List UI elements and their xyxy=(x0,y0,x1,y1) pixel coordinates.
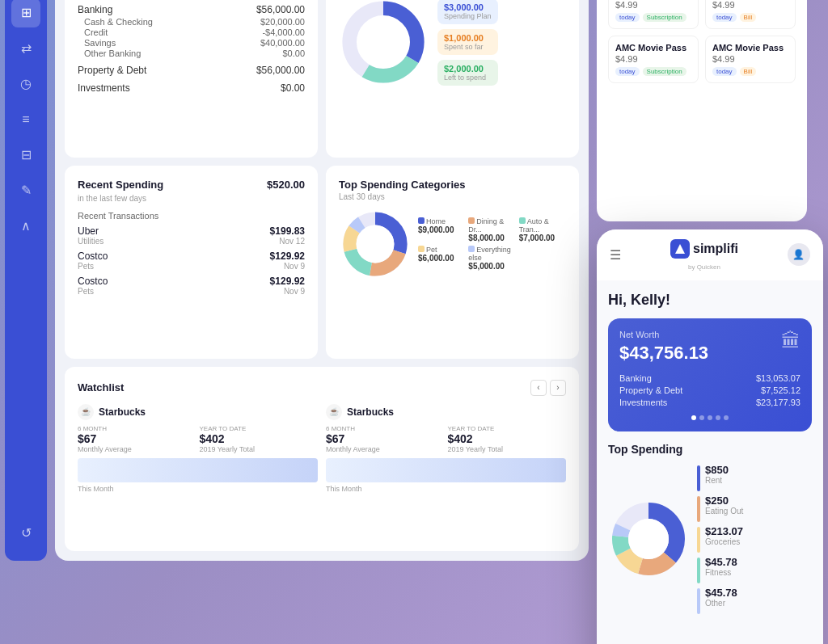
everything-color xyxy=(468,246,475,252)
avatar-icon: 👤 xyxy=(792,249,805,260)
mnw-banking-value: $13,053.07 xyxy=(756,373,801,383)
sp-left-label: Left to spend xyxy=(444,74,492,82)
bill-item-4: AMC Movie Pass $4.99 today Bill xyxy=(705,36,796,83)
fitness-bar xyxy=(697,558,700,583)
wl-ytd-label-2: YEAR TO DATE xyxy=(448,425,567,432)
watchlist-prev-button[interactable]: ‹ xyxy=(530,380,547,396)
sp-spent-label: Spent so far xyxy=(444,43,492,51)
dot-4 xyxy=(716,415,720,420)
ml-item-other: $45.78 Other xyxy=(697,587,743,614)
tx-name-3: Costco xyxy=(78,276,108,287)
wl-period-value-1: $67 xyxy=(78,432,196,445)
tx-cat-3: Pets xyxy=(78,287,108,296)
sidebar-item-transfer[interactable]: ⇄ xyxy=(11,34,40,63)
sidebar-item-analytics[interactable]: ∧ xyxy=(11,212,40,241)
watchlist-items: ☕ Starbucks 6 MONTH $67 Monthly Average … xyxy=(78,404,566,493)
mnw-investments-value: $23,177.93 xyxy=(756,398,801,407)
simplifi-logo-svg xyxy=(674,243,686,255)
dot-2 xyxy=(699,415,704,420)
mobile-logo: simplifi by Quicken xyxy=(670,239,738,271)
mobile-spending-donut xyxy=(608,499,689,579)
sidebar: ⊞ ⇄ ◷ ≡ ⊟ ✎ ∧ ↺ xyxy=(5,0,47,561)
wl-ytd-value-1: $402 xyxy=(200,432,319,445)
mnw-amount: $43,756.13 xyxy=(619,343,801,364)
nw-credit-label: Credit xyxy=(84,27,108,37)
top-spending-donut-chart xyxy=(339,208,412,280)
transaction-row: CostcoPets $129.92Nov 9 xyxy=(78,276,305,296)
dashboard-grid: + $112,000.89 Banking $56,000.00 Cash & … xyxy=(55,0,589,561)
watchlist-name-1: Starbucks xyxy=(99,406,146,418)
auto-value: $7,000.00 xyxy=(519,234,566,242)
wl-ytd-value-2: $402 xyxy=(448,432,567,445)
mobile-logo-sub: by Quicken xyxy=(688,263,720,271)
mnw-label: Net Worth xyxy=(619,330,801,339)
sp-total-label: Spending Plan xyxy=(444,12,492,20)
eating-out-amount: $250 xyxy=(705,495,743,507)
list-icon: ≡ xyxy=(22,112,29,127)
sidebar-item-reports[interactable]: ⊟ xyxy=(11,141,40,170)
bills-grid: AMC Movie Pass $4.99 today Subscription … xyxy=(608,0,796,83)
sidebar-item-edit[interactable]: ✎ xyxy=(11,176,40,205)
tx-amount-2: $129.92 xyxy=(270,250,305,262)
ts-category-everything: Everything else $5,000.00 xyxy=(468,246,515,271)
home-value: $9,000.00 xyxy=(418,225,465,234)
watchlist-chart-2 xyxy=(326,458,566,482)
sp-spent-amount: $1,000.00 xyxy=(444,33,492,43)
dot-1 xyxy=(691,415,696,420)
bill-item-3: AMC Movie Pass $4.99 today Subscription xyxy=(608,36,699,83)
svg-point-3 xyxy=(358,17,408,67)
mnw-investments-label: Investments xyxy=(619,398,667,407)
svg-point-10 xyxy=(357,225,395,263)
mobile-top-spending-title: Top Spending xyxy=(608,443,812,456)
nw-other-banking-label: Other Banking xyxy=(84,48,141,58)
watchlist-next-button[interactable]: › xyxy=(550,380,566,396)
mobile-content: Hi, Kelly! Net Worth $43,756.13 🏛 Bankin… xyxy=(597,280,823,645)
nw-savings-label: Savings xyxy=(84,38,116,48)
mobile-logo-icon xyxy=(670,239,690,259)
hamburger-icon[interactable]: ☰ xyxy=(610,247,621,263)
tx-name-1: Uber xyxy=(78,225,104,237)
sidebar-item-refresh[interactable]: ↺ xyxy=(11,519,40,548)
tx-date-3: Nov 9 xyxy=(270,287,305,296)
sidebar-item-scheduled[interactable]: ◷ xyxy=(11,69,40,99)
recent-spending-title: Recent Spending xyxy=(78,179,163,191)
tx-name-2: Costco xyxy=(78,250,108,262)
other-amount: $45.78 xyxy=(705,587,737,599)
spending-plan-item-total: $3,000.00 Spending Plan xyxy=(437,0,498,24)
nw-banking-value: $56,000.00 xyxy=(256,4,305,15)
wl-chart-label-2: This Month xyxy=(326,485,566,493)
ml-item-eating-out: $250 Eating Out xyxy=(697,495,743,522)
dot-3 xyxy=(708,415,712,420)
mobile-avatar[interactable]: 👤 xyxy=(788,243,810,266)
sp-left-amount: $2,000.00 xyxy=(444,64,492,74)
bill-tag-bill-2: Bill xyxy=(740,13,757,22)
recent-spending-subtitle: in the last few days xyxy=(78,194,305,203)
groceries-bar xyxy=(697,527,700,553)
groceries-amount: $213.07 xyxy=(705,525,743,537)
sp-total-amount: $3,000.00 xyxy=(444,2,492,12)
bill-name-4: AMC Movie Pass xyxy=(712,43,788,53)
bill-amount-1: $4.99 xyxy=(615,0,691,10)
auto-color xyxy=(519,217,526,224)
mobile-app-overlay: ☰ simplifi by Quicken 👤 xyxy=(597,229,823,645)
rent-label: Rent xyxy=(705,476,729,485)
watchlist-name-2: Starbucks xyxy=(347,406,394,418)
nw-investments-label: Investments xyxy=(78,82,130,94)
watchlist-card: Watchlist ‹ › ☕ Starbucks 6 MONTH $67 xyxy=(65,367,579,551)
bill-item-1: AMC Movie Pass $4.99 today Subscription xyxy=(608,0,699,29)
wl-period-sub-1: Monthly Average xyxy=(78,445,196,453)
top-spending-subtitle: Last 30 days xyxy=(339,192,566,201)
report-icon: ⊟ xyxy=(21,147,32,162)
sidebar-item-transactions[interactable]: ≡ xyxy=(11,105,40,134)
pet-color xyxy=(418,246,425,252)
rent-amount: $850 xyxy=(705,464,729,476)
dashboard-icon: ⊞ xyxy=(21,5,32,20)
nw-cash-value: $20,000.00 xyxy=(260,17,305,27)
bill-tag-sub-3: Subscription xyxy=(643,67,686,76)
wl-ytd-sub-2: 2019 Yearly Total xyxy=(448,445,567,453)
other-label: Other xyxy=(705,599,737,608)
sidebar-item-dashboard[interactable]: ⊞ xyxy=(11,0,40,27)
recent-transactions-label: Recent Transactions xyxy=(78,211,305,221)
nw-investments-value: $0.00 xyxy=(281,82,305,94)
top-spending-title: Top Spending Categories xyxy=(339,179,566,191)
